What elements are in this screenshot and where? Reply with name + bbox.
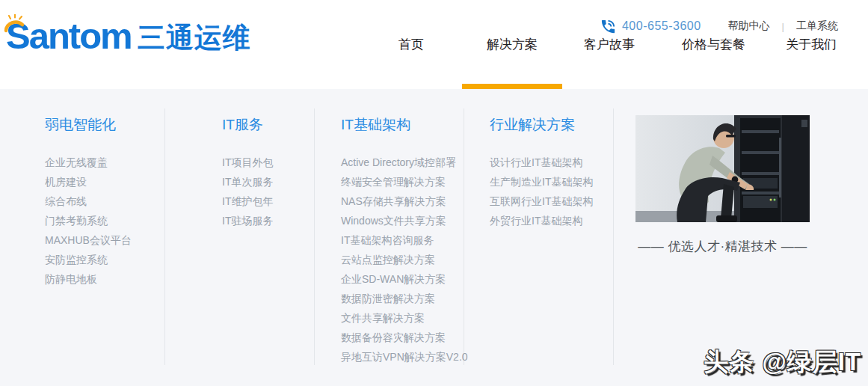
menu-link[interactable]: NAS存储共享解决方案: [341, 192, 468, 212]
menu-link[interactable]: 安防监控系统: [45, 251, 132, 270]
menu-link[interactable]: 文件共享解决方案: [341, 309, 468, 328]
brand-name-cn: 三通运维: [138, 21, 251, 55]
menu-link[interactable]: 防静电地板: [45, 270, 132, 290]
menu-link[interactable]: 终端安全管理解决方案: [341, 173, 468, 192]
watermark: 头条 @绿层IT: [704, 346, 861, 379]
menu-column-it-services: IT服务 IT项目外包 IT单次服务 IT维护包年 IT驻场服务: [222, 116, 273, 231]
menu-column-weak-current: 弱电智能化 企业无线覆盖 机房建设 综合布线 门禁考勤系统 MAXHUB会议平台…: [45, 116, 132, 290]
menu-link[interactable]: 企业无线覆盖: [45, 153, 132, 173]
menu-column-title[interactable]: 弱电智能化: [45, 116, 132, 134]
menu-column-title[interactable]: 行业解决方案: [490, 116, 593, 134]
menu-link[interactable]: 数据防泄密解决方案: [341, 290, 468, 309]
nav-item-customer-stories[interactable]: 客户故事: [584, 0, 635, 89]
server-rack-illustration: [635, 115, 810, 222]
menu-link[interactable]: 门禁考勤系统: [45, 212, 132, 231]
menu-link[interactable]: 生产制造业IT基础架构: [490, 173, 593, 192]
menu-link[interactable]: 设计行业IT基础架构: [490, 153, 593, 173]
menu-link[interactable]: Windows文件共享方案: [341, 212, 468, 231]
menu-link[interactable]: IT驻场服务: [222, 212, 273, 231]
menu-link[interactable]: 异地互访VPN解决方案V2.0: [341, 348, 468, 367]
menu-column-title[interactable]: IT服务: [222, 116, 273, 134]
menu-column-industry-solutions: 行业解决方案 设计行业IT基础架构 生产制造业IT基础架构 互联网行业IT基础架…: [490, 116, 593, 231]
menu-link[interactable]: MAXHUB会议平台: [45, 231, 132, 251]
menu-link[interactable]: IT单次服务: [222, 173, 273, 192]
menu-link[interactable]: Active Directory域控部署: [341, 153, 468, 173]
menu-link[interactable]: 外贸行业IT基础架构: [490, 212, 593, 231]
nav-item-solutions[interactable]: 解决方案: [487, 0, 538, 89]
menu-link[interactable]: 云站点监控解决方案: [341, 251, 468, 270]
column-divider: [613, 108, 614, 365]
nav-item-pricing[interactable]: 价格与套餐: [682, 0, 745, 89]
nav-item-home[interactable]: 首页: [398, 0, 424, 89]
column-divider: [164, 108, 165, 365]
promo-caption: —— 优选人才·精湛技术 ——: [635, 238, 810, 255]
menu-link[interactable]: IT基础架构咨询服务: [341, 231, 468, 251]
solutions-mega-menu: 弱电智能化 企业无线覆盖 机房建设 综合布线 门禁考勤系统 MAXHUB会议平台…: [0, 89, 868, 386]
menu-link[interactable]: IT维护包年: [222, 192, 273, 212]
menu-column-it-infrastructure: IT基础架构 Active Directory域控部署 终端安全管理解决方案 N…: [341, 116, 468, 367]
menu-link[interactable]: 企业SD-WAN解决方案: [341, 270, 468, 290]
promo-photo: [635, 115, 810, 222]
menu-link[interactable]: 数据备份容灾解决方案: [341, 328, 468, 348]
menu-link[interactable]: IT项目外包: [222, 153, 273, 173]
main-nav: 首页 解决方案 客户故事 价格与套餐 关于我们: [398, 0, 837, 89]
brand-logo[interactable]: Santom 三通运维: [6, 16, 251, 55]
nav-item-about[interactable]: 关于我们: [786, 0, 837, 89]
column-divider: [314, 108, 315, 365]
menu-link[interactable]: 互联网行业IT基础架构: [490, 192, 593, 212]
site-header: Santom 三通运维 400-655-3600 帮助中心 | 工单系统 首页 …: [0, 0, 868, 89]
menu-link[interactable]: 机房建设: [45, 173, 132, 192]
sun-icon: [4, 14, 26, 34]
promo: —— 优选人才·精湛技术 ——: [635, 115, 810, 255]
menu-link[interactable]: 综合布线: [45, 192, 132, 212]
page: Santom 三通运维 400-655-3600 帮助中心 | 工单系统 首页 …: [0, 0, 868, 386]
menu-column-title[interactable]: IT基础架构: [341, 116, 468, 134]
